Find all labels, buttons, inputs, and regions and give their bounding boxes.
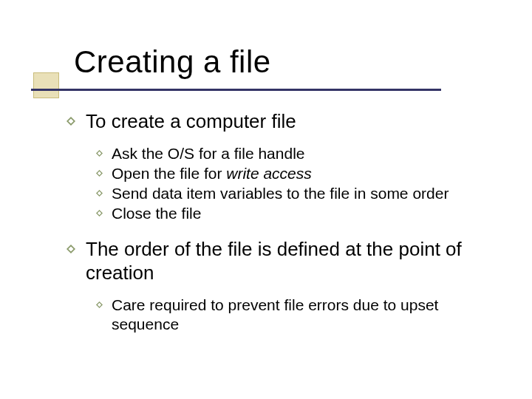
list-item-text: To create a computer file [86, 109, 296, 134]
diamond-bullet-icon [96, 204, 103, 216]
list-item: Care required to prevent file errors due… [96, 296, 510, 335]
slide-title: Creating a file [74, 44, 532, 80]
list-item: Open the file for write access [96, 164, 510, 183]
list-item: To create a computer file Ask the O/S fo… [66, 109, 510, 224]
list-item: The order of the file is defined at the … [66, 237, 510, 335]
decorative-square [33, 72, 59, 98]
slide-body: To create a computer file Ask the O/S fo… [66, 109, 510, 334]
text-emphasis: write access [226, 165, 312, 182]
title-area: Creating a file [74, 44, 532, 80]
diamond-bullet-icon [96, 184, 103, 197]
sub-list: Ask the O/S for a file handle Open the f… [96, 144, 510, 224]
list-item-text: Send data item variables to the file in … [112, 184, 449, 203]
diamond-bullet-icon [66, 109, 75, 126]
list-item: Close the file [96, 204, 510, 223]
list-item: Ask the O/S for a file handle [96, 144, 510, 163]
diamond-bullet-icon [66, 237, 75, 253]
sub-list: Care required to prevent file errors due… [96, 296, 510, 335]
list-item: Send data item variables to the file in … [96, 184, 510, 203]
list-item-text: Close the file [112, 204, 201, 223]
list-item-text: The order of the file is defined at the … [86, 237, 510, 285]
list-item-text: Ask the O/S for a file handle [112, 144, 304, 163]
text-prefix: Open the file for [112, 165, 226, 182]
slide: Creating a file To create a computer fil… [0, 0, 532, 399]
bullet-list: To create a computer file Ask the O/S fo… [66, 109, 510, 334]
list-item-text: Care required to prevent file errors due… [112, 296, 510, 335]
diamond-bullet-icon [96, 144, 103, 157]
list-item-text: Open the file for write access [112, 164, 312, 183]
diamond-bullet-icon [96, 164, 103, 177]
diamond-bullet-icon [96, 296, 103, 308]
title-underline [31, 89, 441, 91]
